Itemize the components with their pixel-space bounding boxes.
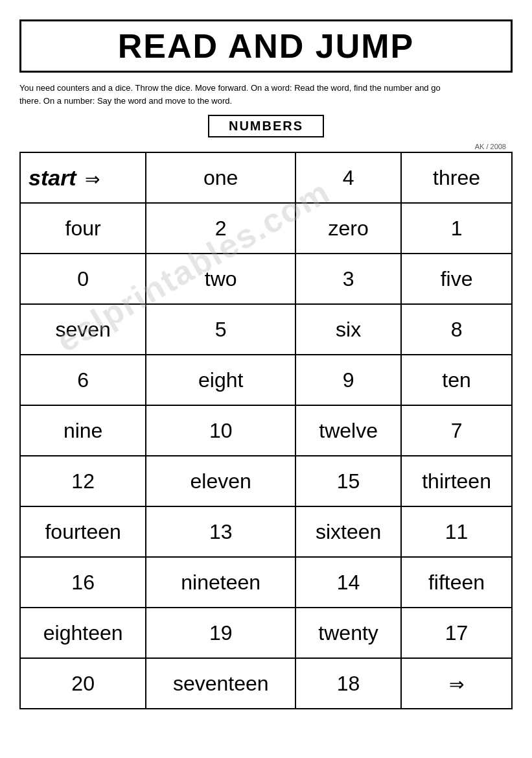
table-row: 0two3five (20, 254, 512, 304)
table-cell: 18 (295, 658, 401, 709)
table-cell: twenty (295, 608, 401, 658)
end-arrow: ⇒ (449, 674, 464, 695)
table-cell: nine (20, 405, 146, 456)
table-cell: five (401, 254, 512, 304)
table-cell: 5 (146, 304, 295, 355)
credit-text: AK / 2008 (19, 143, 513, 150)
table-cell: seven (20, 304, 146, 355)
table-cell: nineteen (146, 557, 295, 608)
table-cell: ten (401, 355, 512, 405)
table-cell: seventeen (146, 658, 295, 709)
table-cell: 6 (20, 355, 146, 405)
table-cell: thirteen (401, 456, 512, 506)
table-cell: eight (146, 355, 295, 405)
table-row: four2zero1 (20, 203, 512, 254)
table-cell: 16 (20, 557, 146, 608)
table-cell: 9 (295, 355, 401, 405)
table-cell: 7 (401, 405, 512, 456)
table-row: start ⇒one4three (20, 152, 512, 203)
table-row: 20seventeen18⇒ (20, 658, 512, 709)
table-cell: fourteen (20, 506, 146, 557)
table-cell: 2 (146, 203, 295, 254)
table-row: 16nineteen14fifteen (20, 557, 512, 608)
table-cell: 13 (146, 506, 295, 557)
game-table: start ⇒one4threefour2zero10two3fiveseven… (19, 152, 513, 709)
arrow-right: ⇒ (85, 169, 100, 190)
table-cell: fifteen (401, 557, 512, 608)
table-row: nine10twelve7 (20, 405, 512, 456)
table-row: seven5six8 (20, 304, 512, 355)
page-title: READ AND JUMP (34, 27, 498, 65)
table-cell: eighteen (20, 608, 146, 658)
table-cell: 0 (20, 254, 146, 304)
table-cell: 4 (295, 152, 401, 203)
table-cell: 19 (146, 608, 295, 658)
table-cell: one (146, 152, 295, 203)
table-row: eighteen19twenty17 (20, 608, 512, 658)
table-cell: 3 (295, 254, 401, 304)
table-cell: 8 (401, 304, 512, 355)
subtitle: NUMBERS (229, 119, 303, 133)
start-label: start (29, 165, 76, 190)
subtitle-row: NUMBERS (19, 115, 513, 140)
subtitle-box: NUMBERS (208, 115, 324, 137)
table-cell: ⇒ (401, 658, 512, 709)
instructions-text: You need counters and a dice. Throw the … (19, 82, 460, 107)
table-cell: four (20, 203, 146, 254)
table-cell: 20 (20, 658, 146, 709)
table-row: 6eight9ten (20, 355, 512, 405)
table-cell: 10 (146, 405, 295, 456)
table-cell: start ⇒ (20, 152, 146, 203)
table-row: 12eleven15thirteen (20, 456, 512, 506)
table-cell: 11 (401, 506, 512, 557)
table-cell: 17 (401, 608, 512, 658)
table-cell: six (295, 304, 401, 355)
table-cell: eleven (146, 456, 295, 506)
table-cell: 1 (401, 203, 512, 254)
table-cell: zero (295, 203, 401, 254)
table-cell: 12 (20, 456, 146, 506)
table-cell: 15 (295, 456, 401, 506)
table-cell: three (401, 152, 512, 203)
table-cell: twelve (295, 405, 401, 456)
table-cell: sixteen (295, 506, 401, 557)
table-cell: 14 (295, 557, 401, 608)
title-box: READ AND JUMP (19, 19, 513, 73)
table-row: fourteen13sixteen11 (20, 506, 512, 557)
table-cell: two (146, 254, 295, 304)
